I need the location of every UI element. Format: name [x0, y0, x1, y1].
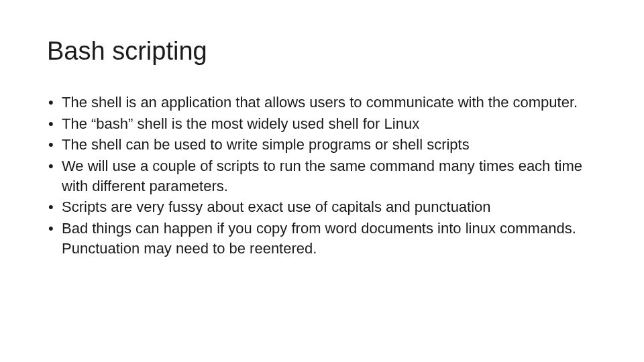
list-item: We will use a couple of scripts to run t… [47, 156, 597, 196]
bullet-list: The shell is an application that allows … [47, 93, 597, 259]
slide-title: Bash scripting [47, 37, 597, 66]
list-item: The shell can be used to write simple pr… [47, 135, 597, 155]
list-item: The shell is an application that allows … [47, 93, 597, 113]
list-item: Bad things can happen if you copy from w… [47, 219, 597, 258]
list-item: The “bash” shell is the most widely used… [47, 114, 597, 134]
list-item: Scripts are very fussy about exact use o… [47, 197, 597, 217]
